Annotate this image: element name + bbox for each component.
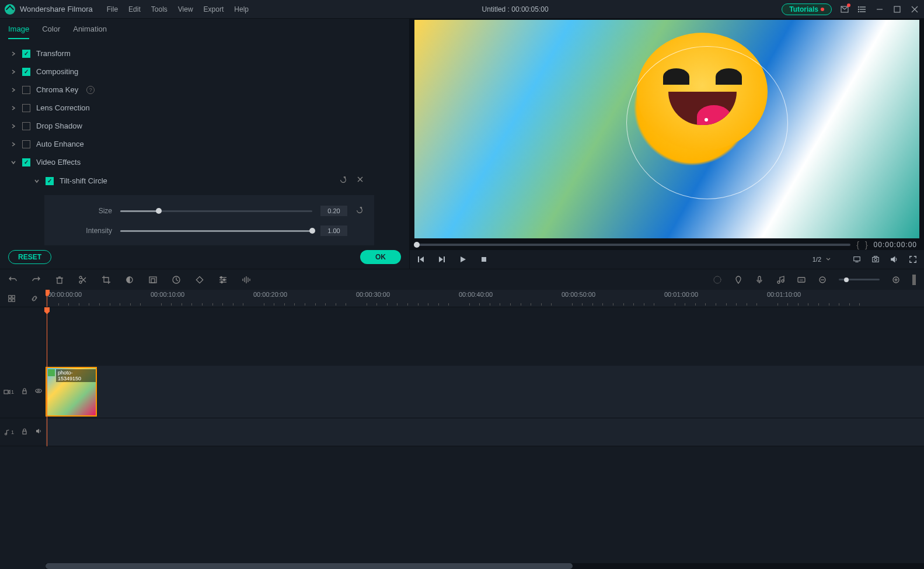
tab-image[interactable]: Image <box>8 25 29 39</box>
prop-checkbox[interactable] <box>22 140 30 148</box>
expand-chevron-icon[interactable] <box>11 106 16 110</box>
tutorials-button[interactable]: Tutorials <box>782 4 832 15</box>
speed-icon[interactable] <box>172 275 181 284</box>
tab-color[interactable]: Color <box>42 25 60 39</box>
slider-reset-icon[interactable] <box>355 206 365 216</box>
svg-point-6 <box>859 11 859 12</box>
undo-icon[interactable] <box>8 275 18 284</box>
timeline-ruler[interactable]: 00:00:00:0000:00:10:0000:00:20:0000:00:3… <box>46 290 924 307</box>
music-icon[interactable] <box>776 275 785 284</box>
visibility-icon[interactable] <box>35 387 42 396</box>
expand-chevron-icon[interactable] <box>11 124 16 129</box>
reset-button[interactable]: RESET <box>8 250 51 264</box>
preview-quality-select[interactable]: 1/2 <box>808 255 842 264</box>
menu-file[interactable]: File <box>107 5 118 13</box>
expand-chevron-icon[interactable] <box>11 142 16 147</box>
lock-icon[interactable] <box>21 387 28 396</box>
mark-in-icon[interactable]: { <box>856 240 859 249</box>
track-manager-icon[interactable] <box>8 294 16 303</box>
svg-rect-61 <box>8 295 11 297</box>
menu-view[interactable]: View <box>178 5 193 13</box>
caption-icon[interactable]: cc <box>797 275 806 284</box>
snapshot-icon[interactable] <box>871 255 880 263</box>
keyframe-icon[interactable] <box>195 275 204 284</box>
mixer-icon[interactable] <box>713 275 722 284</box>
slider-label: Size <box>54 207 112 215</box>
prop-checkbox[interactable] <box>22 122 30 130</box>
expand-chevron-icon[interactable] <box>11 70 16 74</box>
redo-icon[interactable] <box>32 275 41 284</box>
adjust-icon[interactable] <box>218 275 228 284</box>
svg-rect-38 <box>196 276 203 283</box>
green-screen-icon[interactable] <box>148 275 158 284</box>
next-frame-button[interactable] <box>438 255 446 263</box>
tab-animation[interactable]: Animation <box>73 25 107 39</box>
effect-checkbox[interactable] <box>46 177 54 185</box>
preview-viewport[interactable] <box>414 20 919 238</box>
prop-checkbox[interactable] <box>22 50 30 58</box>
prop-checkbox[interactable] <box>22 158 30 166</box>
volume-icon[interactable] <box>890 255 898 263</box>
stop-button[interactable] <box>480 255 488 263</box>
preview-scrubber[interactable] <box>417 244 850 246</box>
prop-checkbox[interactable] <box>22 68 30 76</box>
minimize-button[interactable] <box>875 5 884 14</box>
menu-edit[interactable]: Edit <box>128 5 141 13</box>
close-button[interactable] <box>910 5 919 14</box>
playhead-line[interactable] <box>47 307 47 446</box>
expand-chevron-icon[interactable] <box>11 160 16 165</box>
fullscreen-icon[interactable] <box>909 255 917 263</box>
svg-line-30 <box>82 278 86 282</box>
mail-icon[interactable] <box>840 5 849 14</box>
effect-reset-icon[interactable] <box>339 176 347 186</box>
slider-intensity[interactable] <box>120 230 312 232</box>
expand-chevron-icon[interactable] <box>11 51 16 56</box>
menu-export[interactable]: Export <box>204 5 224 13</box>
svg-point-42 <box>221 276 222 278</box>
svg-rect-18 <box>482 257 486 262</box>
audio-wave-icon[interactable] <box>242 275 251 284</box>
marker-icon[interactable] <box>734 275 743 284</box>
maximize-button[interactable] <box>892 5 902 14</box>
zoom-in-icon[interactable] <box>891 275 901 284</box>
audio-track-lane[interactable] <box>46 418 924 446</box>
link-icon[interactable] <box>30 294 39 303</box>
slider-value[interactable]: 0.20 <box>320 206 347 216</box>
menu-help[interactable]: Help <box>234 5 249 13</box>
help-icon[interactable]: ? <box>86 86 95 94</box>
ruler-tick: 00:01:10:00 <box>767 291 801 298</box>
timeline-horizontal-scrollbar[interactable] <box>46 563 924 569</box>
list-icon[interactable] <box>857 5 867 14</box>
mark-out-icon[interactable]: } <box>865 240 868 249</box>
crop-icon[interactable] <box>102 275 111 284</box>
expand-chevron-icon[interactable] <box>11 88 16 92</box>
lock-icon[interactable] <box>21 428 28 436</box>
ruler-tick: 00:00:40:00 <box>459 291 493 298</box>
prop-checkbox[interactable] <box>22 104 30 112</box>
timeline-clip[interactable]: photo-15349150 <box>46 367 97 417</box>
prop-checkbox[interactable] <box>22 86 30 94</box>
ok-button[interactable]: OK <box>360 250 401 264</box>
display-icon[interactable] <box>853 255 861 263</box>
zoom-slider[interactable] <box>839 279 880 280</box>
zoom-fit-icon[interactable] <box>912 275 916 285</box>
split-icon[interactable] <box>78 275 88 284</box>
expand-chevron-icon[interactable] <box>34 179 40 183</box>
prop-chroma-key: Chroma Key? <box>0 81 409 99</box>
slider-size[interactable] <box>120 210 312 212</box>
delete-icon[interactable] <box>55 275 64 284</box>
menu-tools[interactable]: Tools <box>151 5 168 13</box>
svg-point-4 <box>859 6 859 7</box>
zoom-out-icon[interactable] <box>818 275 827 284</box>
svg-line-37 <box>176 280 178 281</box>
play-button[interactable] <box>459 255 467 263</box>
effect-remove-icon[interactable] <box>357 176 364 186</box>
record-mic-icon[interactable] <box>755 275 764 284</box>
prev-frame-button[interactable] <box>417 255 425 263</box>
slider-value[interactable]: 1.00 <box>320 225 347 236</box>
video-track-lane[interactable]: photo-15349150 <box>46 366 924 418</box>
mute-icon[interactable] <box>35 428 42 436</box>
playhead[interactable] <box>47 290 47 307</box>
prop-drop-shadow: Drop Shadow <box>0 117 409 135</box>
color-icon[interactable] <box>125 275 134 284</box>
